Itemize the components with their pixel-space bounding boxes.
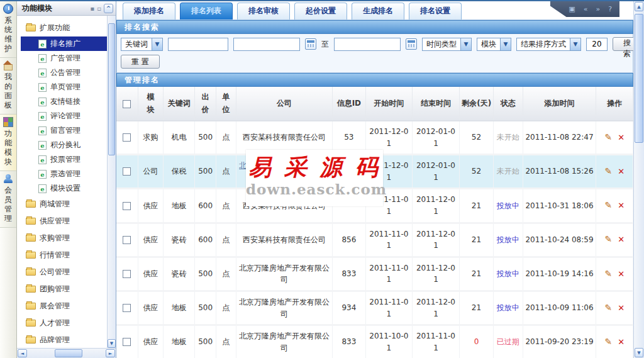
sidebar-item-留言管理[interactable]: e留言管理 [21, 123, 116, 138]
sidebar-item-人才管理[interactable]: 人才管理 [21, 315, 116, 332]
main-vertical-scrollbar[interactable]: ▲ ▼ [633, 1, 644, 358]
tree-item-label: 团购管理 [40, 284, 70, 294]
delete-icon[interactable]: ✕ [618, 167, 625, 176]
sidebar-item-票选管理[interactable]: e票选管理 [21, 167, 116, 181]
edit-icon[interactable]: ✎ [604, 234, 612, 244]
help-icon[interactable]: ? [608, 5, 612, 13]
sidebar-item-供应管理[interactable]: 供应管理 [21, 213, 116, 230]
sidebar-item-商城管理[interactable]: 商城管理 [21, 196, 116, 213]
sidebar-item-团购管理[interactable]: 团购管理 [21, 281, 116, 298]
start-time: 2011-10-01 [369, 332, 408, 352]
end-date-input[interactable] [334, 38, 401, 51]
sidebar-item-行情管理[interactable]: 行情管理 [21, 247, 116, 264]
row-checkbox[interactable] [123, 167, 131, 176]
tab-排名列表[interactable]: 排名列表 [180, 3, 233, 20]
sidebar-item-广告管理[interactable]: e广告管理 [21, 51, 116, 65]
delete-icon[interactable]: ✕ [618, 201, 625, 210]
sidebar-item-公司管理[interactable]: 公司管理 [21, 264, 116, 281]
tab-排名审核[interactable]: 排名审核 [237, 3, 290, 20]
price: 500 [198, 269, 213, 278]
sidebar-item-单页管理[interactable]: e单页管理 [21, 80, 116, 94]
edit-icon[interactable]: ✎ [604, 269, 612, 279]
calendar-icon[interactable] [406, 38, 417, 50]
count-input[interactable] [586, 38, 608, 51]
select-all-checkbox[interactable] [123, 100, 131, 108]
edit-icon[interactable]: ✎ [604, 132, 612, 142]
sidebar-item-品牌管理[interactable]: 品牌管理 [21, 332, 116, 348]
sort-select[interactable]: 结果排序方式 ▼ [516, 38, 581, 51]
home-icon [3, 60, 13, 70]
sidebar-item-公告管理[interactable]: e公告管理 [21, 65, 116, 80]
back-icon[interactable]: « [584, 5, 588, 13]
module-page-icon: e [38, 170, 47, 179]
sidebar-item-积分换礼[interactable]: e积分换礼 [21, 138, 116, 152]
sidebar-item-模块设置[interactable]: e模块设置 [21, 181, 116, 196]
keyword-input[interactable] [168, 38, 228, 51]
edit-icon[interactable]: ✎ [604, 303, 612, 313]
time-type-select[interactable]: 时间类型 ▼ [422, 38, 472, 51]
price: 500 [198, 167, 213, 176]
calendar-icon[interactable] [305, 38, 316, 50]
start-date-input[interactable] [233, 38, 300, 51]
row-checkbox[interactable] [123, 270, 131, 278]
delete-icon[interactable]: ✕ [618, 133, 625, 142]
search-button[interactable]: 搜 索 [613, 37, 633, 51]
scroll-right-icon[interactable]: ► [106, 349, 115, 357]
sidebar-item-排名推广[interactable]: e排名推广 [21, 36, 108, 51]
scroll-left-icon[interactable]: ◄ [18, 349, 27, 357]
module-cell: 供应 [138, 257, 163, 291]
edit-icon[interactable]: ✎ [604, 200, 612, 210]
delete-icon[interactable]: ✕ [618, 235, 625, 244]
sidebar-item-展会管理[interactable]: 展会管理 [21, 298, 116, 315]
row-checkbox[interactable] [123, 236, 131, 244]
price: 500 [198, 337, 213, 346]
row-checkbox[interactable] [123, 304, 131, 312]
sidebar-item-评论管理[interactable]: e评论管理 [21, 109, 116, 123]
keyword: 保税 [172, 167, 187, 176]
sidebar-vertical-scrollbar[interactable]: ▼ [107, 16, 116, 348]
grid-icon[interactable]: ▣ [569, 5, 575, 13]
unit-cell: 点 [216, 257, 236, 291]
delete-icon[interactable]: ✕ [618, 269, 625, 279]
column-header: 关键词 [164, 87, 195, 121]
delete-icon[interactable]: ✕ [618, 303, 625, 313]
folder-icon [26, 252, 36, 259]
edit-icon[interactable]: ✎ [604, 166, 612, 176]
added-time: 2011-11-08 15:26 [525, 167, 593, 176]
table-header-row: 模块关键词出价单位公司信息ID开始时间结束时间剩余(天)状态添加时间操作 [116, 87, 633, 121]
sidebar-item-扩展功能[interactable]: 扩展功能 [21, 20, 116, 36]
rail-item-系统维护[interactable]: 系统维护 [0, 1, 16, 58]
tab-添加排名[interactable]: 添加排名 [123, 3, 175, 20]
tab-排名设置[interactable]: 排名设置 [409, 3, 462, 20]
scroll-down-icon[interactable]: ▼ [108, 339, 116, 348]
sidebar-item-求购管理[interactable]: 求购管理 [21, 230, 116, 247]
price-cell: 500 [195, 257, 216, 291]
sidebar-horizontal-scrollbar[interactable]: ◄ ► [17, 348, 116, 358]
sidebar-item-投票管理[interactable]: e投票管理 [21, 152, 116, 167]
rail-item-我的面板[interactable]: 我的面板 [0, 58, 16, 115]
row-checkbox[interactable] [123, 133, 131, 142]
scrollbar-thumb[interactable] [635, 14, 643, 143]
scroll-up-icon[interactable]: ▲ [635, 2, 643, 11]
pin-icon[interactable]: ▪ [90, 5, 94, 12]
keyword-type-select[interactable]: 关键词 ▼ [121, 38, 163, 51]
rail-item-会员管理[interactable]: 会员管理 [0, 171, 16, 228]
row-checkbox-cell [116, 325, 138, 358]
rail-item-功能模块[interactable]: 功能模块 [0, 115, 16, 171]
reset-button[interactable]: 重 置 [121, 55, 160, 69]
row-checkbox[interactable] [123, 338, 131, 346]
module-select[interactable]: 模块 ▼ [477, 38, 511, 51]
collapse-panel-button[interactable]: ^ [104, 4, 113, 13]
scroll-down-icon[interactable]: ▼ [635, 348, 643, 357]
window-icon[interactable]: ▫ [97, 5, 101, 12]
sidebar-item-友情链接[interactable]: e友情链接 [21, 94, 116, 109]
row-checkbox[interactable] [123, 202, 131, 210]
forward-icon[interactable]: » [596, 5, 600, 13]
tab-生成排名[interactable]: 生成排名 [352, 3, 404, 20]
tree-item-label: 评论管理 [50, 111, 80, 121]
edit-icon[interactable]: ✎ [604, 337, 612, 347]
delete-icon[interactable]: ✕ [618, 337, 625, 347]
scrollbar-thumb[interactable] [108, 23, 115, 155]
scrollbar-thumb[interactable] [55, 349, 82, 357]
tab-起价设置[interactable]: 起价设置 [294, 3, 347, 20]
